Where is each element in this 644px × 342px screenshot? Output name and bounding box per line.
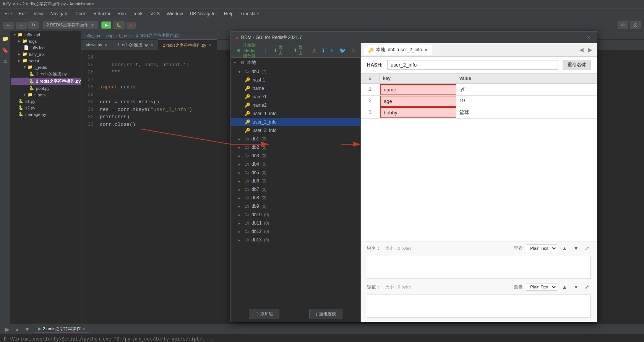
tree-t-sms[interactable]: ▸ 📁 t_sms [11, 91, 81, 98]
rdm-twitter-icon[interactable]: 🐦 [338, 47, 347, 54]
tab-close-views[interactable]: ✕ [104, 43, 107, 47]
tree-manage[interactable]: 🐍 manage.py [11, 111, 81, 117]
menu-edit[interactable]: Edit [16, 10, 30, 18]
rdm-db4[interactable]: ▸ 🗂 db4 (0) [231, 160, 360, 168]
rdm-user3-info[interactable]: 🔑 user_3_info [231, 126, 360, 135]
menu-refactor[interactable]: Refactor [90, 10, 114, 18]
rdm-export-btn[interactable]: ⬆ 导出 [290, 43, 306, 58]
rdm-user2-info[interactable]: 🔑 user_2_info [231, 118, 360, 126]
project-btn[interactable]: 📁 [1, 34, 10, 43]
menu-tools[interactable]: Tools [130, 10, 146, 18]
text-btn[interactable]: 文 [630, 21, 641, 29]
tree-luffy-log[interactable]: 📄 luffy.log [11, 44, 81, 51]
tab-redis-string[interactable]: 2 redis之字符串操作.py ✕ [158, 39, 217, 50]
tab-views[interactable]: views.py ✕ [81, 39, 112, 50]
rdm-db5[interactable]: ▸ 🗂 db5 (0) [231, 168, 360, 177]
rdm-name1[interactable]: 🔑 name1 [231, 93, 360, 101]
run-panel-down-btn[interactable]: ▼ [23, 325, 31, 334]
hash-key-input[interactable] [387, 60, 558, 70]
rdm-db9[interactable]: ▸ 🗂 db9 (0) [231, 202, 360, 210]
rdm-refresh-icon[interactable]: ↻ [350, 47, 357, 54]
menu-view[interactable]: View [31, 10, 47, 18]
view-arrow-up-icon2[interactable]: ▲ [560, 283, 569, 291]
rdm-telegram-icon[interactable]: ✈ [328, 47, 336, 54]
key-tab-close[interactable]: ✕ [424, 47, 428, 53]
rdm-db1[interactable]: ▸ 🗂 db1 (0) [231, 135, 360, 143]
tree-script[interactable]: ▸ 📁 script [11, 57, 81, 64]
menu-file[interactable]: File [2, 10, 15, 18]
row1-key[interactable]: name [380, 84, 456, 95]
tree-pool[interactable]: 🐍 pool.py [11, 85, 81, 91]
rdm-key-tab[interactable]: 🔑 本地::db0::user_2_info ✕ [364, 45, 432, 55]
rdm-name2[interactable]: 🔑 name2 [231, 101, 360, 109]
tree-logs[interactable]: ▸ 📁 logs [11, 38, 81, 44]
menu-help[interactable]: Help [221, 10, 237, 18]
key-name-textarea[interactable] [367, 256, 591, 279]
breadcrumb-t-redis[interactable]: t_redis [119, 33, 131, 38]
rdm-db2[interactable]: ▸ 🗂 db2 (0) [231, 143, 360, 151]
rdm-db7[interactable]: ▸ 🗂 db7 (0) [231, 185, 360, 194]
rdm-warn-icon[interactable]: ⚠ [310, 47, 318, 54]
tree-redis-connect[interactable]: 🐍 1 redis的连接.py [11, 70, 81, 78]
rdm-reconnect-btn[interactable]: ↕ 重组连接 [309, 309, 343, 319]
rdm-close-btn[interactable]: ✕ [585, 34, 592, 41]
view-type-select1[interactable]: Plain Text JSON Hex [526, 244, 557, 252]
view-expand-icon1[interactable]: ⤢ [583, 244, 591, 252]
table-row[interactable]: 1 name lyf [361, 84, 597, 96]
table-row[interactable]: 3 hobby 篮球 [361, 107, 597, 119]
rdm-db13[interactable]: ▸ 🗂 db13 (0) [231, 236, 360, 244]
debug-button[interactable]: 🐛 [113, 21, 125, 29]
key-value-textarea[interactable] [367, 295, 591, 318]
rdm-name[interactable]: 🔑 name [231, 84, 360, 93]
menu-code[interactable]: Code [72, 10, 89, 18]
row3-key[interactable]: hobby [380, 107, 456, 118]
tree-luffy-api-inner[interactable]: ▸ 📁 luffy_api [11, 51, 81, 57]
menu-window[interactable]: Window [164, 10, 186, 18]
refresh-btn[interactable]: ↻ [28, 21, 39, 29]
rdm-info-icon[interactable]: ℹ [321, 47, 326, 54]
menu-translate[interactable]: Translate [237, 10, 263, 18]
rdm-db0[interactable]: ▾ 🗂 db0 (7) [231, 67, 360, 76]
rdm-db3[interactable]: ▸ 🗂 db3 (0) [231, 151, 360, 160]
rdm-hash1[interactable]: 🔑 hash1 [231, 76, 360, 84]
rdm-minimize-btn[interactable]: — [564, 34, 573, 41]
run-tab-active[interactable]: ▶ 2 redis之字符串操作 ✕ [34, 325, 89, 333]
run-button[interactable]: ▶ [101, 21, 111, 29]
rdm-import-btn[interactable]: ⬇ 导入 [271, 43, 286, 58]
breadcrumb-luffy-api[interactable]: luffy_api [84, 33, 100, 38]
rdm-db8[interactable]: ▸ 🗂 db8 (0) [231, 194, 360, 202]
stop-button[interactable]: ■ [127, 22, 136, 29]
tab-close-redis-string[interactable]: ✕ [209, 43, 212, 47]
run-panel-up-btn[interactable]: ▲ [13, 325, 21, 334]
rdm-tree-local[interactable]: ▾ 🖥 本地 [231, 58, 360, 67]
tab-redis-connect[interactable]: 1 redis的连接.py ✕ [112, 39, 158, 50]
tree-s2[interactable]: 🐍 s2.py [11, 104, 81, 111]
structure-btn[interactable]: ≡ [1, 57, 10, 66]
breadcrumb-script[interactable]: script [104, 33, 114, 38]
run-panel-play-btn[interactable]: ▶ [3, 325, 11, 334]
rdm-db11[interactable]: ▸ 🗂 db11 (0) [231, 219, 360, 227]
breadcrumb-file[interactable]: 2 redis之字符串操作.py [136, 33, 180, 38]
menu-vcs[interactable]: VCS [147, 10, 163, 18]
rdm-page-prev-icon[interactable]: ◀ [578, 46, 585, 54]
rdm-page-next-icon[interactable]: ▶ [587, 46, 594, 54]
tree-root-luffy-api[interactable]: ▾ 📁 luffy_api [11, 31, 81, 38]
view-arrow-down-icon2[interactable]: ▼ [572, 283, 580, 291]
rdm-maximize-btn[interactable]: □ [576, 34, 582, 41]
table-row[interactable]: 2 age 19 [361, 96, 597, 107]
menu-db-navigator[interactable]: DB Navigator [187, 10, 220, 18]
rdm-db6[interactable]: ▸ 🗂 db6 (0) [231, 177, 360, 185]
row2-key[interactable]: age [380, 96, 456, 107]
run-tab-close[interactable]: ✕ [82, 327, 85, 331]
rdm-add-group-btn[interactable]: ⊕ 添加组 [249, 309, 279, 319]
hash-rename-btn[interactable]: 重命名键 [563, 60, 591, 70]
run-config-dropdown-icon[interactable]: ▼ [91, 23, 95, 28]
view-expand-icon2[interactable]: ⤢ [583, 283, 591, 291]
rdm-db12[interactable]: ▸ 🗂 db12 (0) [231, 227, 360, 236]
tree-redis-string-ops[interactable]: 🐍 2 redis之字符串操作.py [11, 78, 81, 85]
rdm-connect-btn[interactable]: ⊕ 连接到 Redis 服务器 [234, 43, 260, 60]
view-arrow-down-icon1[interactable]: ▼ [572, 244, 580, 252]
bookmark-btn[interactable]: 🔖 [1, 46, 10, 54]
tree-s1[interactable]: 🐍 s1.py [11, 98, 81, 104]
tree-t-redis[interactable]: ▾ 📁 t_redis [11, 64, 81, 70]
